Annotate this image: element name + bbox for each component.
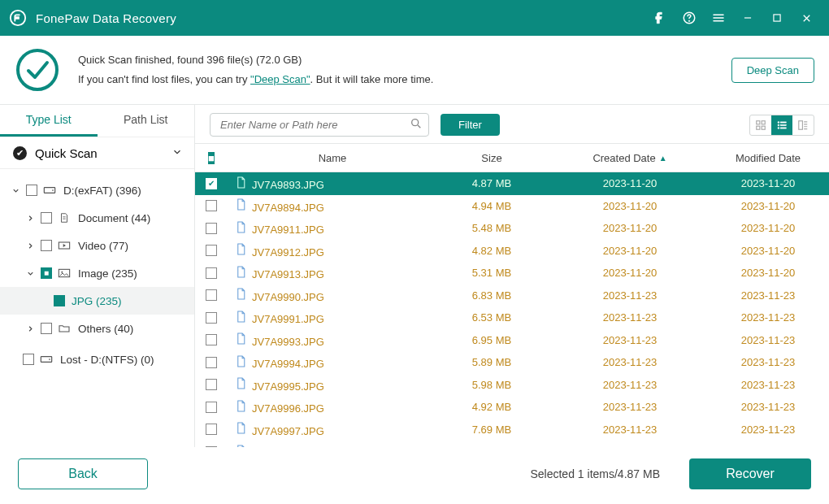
file-modified: 2023-11-20 xyxy=(707,267,829,279)
drive-icon xyxy=(39,354,54,365)
row-checkbox[interactable] xyxy=(206,223,217,234)
file-panel: Filter ■ Name Size Created Date▲ Modifie… xyxy=(195,105,829,447)
search-input[interactable] xyxy=(210,113,429,137)
column-size[interactable]: Size xyxy=(431,152,553,164)
svg-point-12 xyxy=(412,119,419,125)
checkbox[interactable] xyxy=(41,323,52,334)
status-text: Quick Scan finished, found xyxy=(78,54,206,66)
checkbox[interactable] xyxy=(23,354,34,365)
tree-lost-drive[interactable]: Lost - D:(NTFS) (0) xyxy=(0,345,194,373)
tree-video[interactable]: Video (77) xyxy=(0,232,194,259)
tree-image[interactable]: ■ Image (235) xyxy=(0,259,194,287)
file-name: JV7A9995.JPG xyxy=(228,378,431,393)
tree-document[interactable]: Document (44) xyxy=(0,204,194,232)
table-row[interactable]: JV7A9993.JPG6.95 MB2023-11-232023-11-23 xyxy=(195,329,829,352)
column-created[interactable]: Created Date▲ xyxy=(553,152,707,164)
svg-point-4 xyxy=(18,50,57,89)
column-name[interactable]: Name xyxy=(228,152,431,164)
chevron-right-icon xyxy=(24,214,36,223)
file-name: JV7A9993.JPG xyxy=(228,333,431,348)
checkbox[interactable]: ■ xyxy=(54,295,65,306)
table-row[interactable]: JV7A9997.JPG7.69 MB2023-11-232023-11-23 xyxy=(195,419,829,441)
checkbox[interactable] xyxy=(41,240,52,251)
quick-scan-section[interactable]: ✔ Quick Scan xyxy=(0,137,194,169)
tab-path-list[interactable]: Path List xyxy=(98,105,195,137)
select-all-checkbox[interactable]: ■ xyxy=(208,152,215,164)
file-size: 7.69 MB xyxy=(431,424,553,436)
maximize-button[interactable] xyxy=(762,0,792,36)
table-row[interactable]: JV7A9911.JPG5.48 MB2023-11-202023-11-20 xyxy=(195,217,829,240)
file-size: 4.92 MB xyxy=(431,401,553,413)
file-icon xyxy=(234,221,247,232)
file-name: JV7A9912.JPG xyxy=(228,244,431,259)
document-icon xyxy=(57,212,72,224)
tree-drive[interactable]: D:(exFAT) (396) xyxy=(0,176,194,204)
row-checkbox[interactable]: ✔ xyxy=(206,178,217,189)
row-checkbox[interactable] xyxy=(206,424,217,435)
view-detail-button[interactable] xyxy=(792,115,814,135)
file-created: 2023-11-20 xyxy=(553,177,707,189)
table-row[interactable]: JV7A9913.JPG5.31 MB2023-11-202023-11-20 xyxy=(195,262,829,285)
table-header: ■ Name Size Created Date▲ Modified Date xyxy=(195,143,829,172)
file-modified: 2023-11-23 xyxy=(707,311,829,324)
row-checkbox[interactable] xyxy=(206,379,217,390)
table-row[interactable]: JV7A9912.JPG4.82 MB2023-11-202023-11-20 xyxy=(195,240,829,263)
search-icon[interactable] xyxy=(410,117,423,133)
file-name: JV7A9996.JPG xyxy=(228,400,431,415)
deep-scan-link[interactable]: "Deep Scan" xyxy=(250,73,310,85)
deep-scan-button[interactable]: Deep Scan xyxy=(731,58,814,83)
file-created: 2023-11-23 xyxy=(553,334,707,346)
menu-icon[interactable] xyxy=(704,0,733,36)
help-icon[interactable] xyxy=(675,0,704,36)
row-checkbox[interactable] xyxy=(206,402,217,413)
file-icon xyxy=(234,378,247,389)
tree: D:(exFAT) (396) Document (44) Video (77)… xyxy=(0,169,194,447)
table-row[interactable]: JV7A9995.JPG5.98 MB2023-11-232023-11-23 xyxy=(195,374,829,397)
row-checkbox[interactable] xyxy=(206,289,217,301)
app-logo-icon xyxy=(8,8,28,28)
facebook-icon[interactable] xyxy=(645,0,675,36)
sort-asc-icon: ▲ xyxy=(659,154,667,163)
file-icon xyxy=(234,176,247,188)
table-row[interactable]: JV7A9894.JPG4.94 MB2023-11-202023-11-20 xyxy=(195,195,829,218)
file-rows[interactable]: ✔JV7A9893.JPG4.87 MB2023-11-202023-11-20… xyxy=(195,172,829,447)
row-checkbox[interactable] xyxy=(206,312,217,324)
row-checkbox[interactable] xyxy=(206,267,217,279)
row-checkbox[interactable] xyxy=(206,200,217,211)
tree-jpg[interactable]: ■ JPG (235) xyxy=(0,287,194,315)
table-row[interactable]: JV7A9994.JPG5.89 MB2023-11-232023-11-23 xyxy=(195,351,829,374)
check-circle-icon: ✔ xyxy=(13,146,27,160)
selection-info: Selected 1 items/4.87 MB xyxy=(530,467,660,480)
minimize-button[interactable] xyxy=(733,0,762,36)
table-row[interactable]: ✔JV7A9893.JPG4.87 MB2023-11-202023-11-20 xyxy=(195,172,829,195)
checkbox[interactable]: ■ xyxy=(41,267,52,279)
tree-others[interactable]: Others (40) xyxy=(0,315,194,342)
close-button[interactable] xyxy=(792,0,821,36)
row-checkbox[interactable] xyxy=(206,334,217,345)
footer: Back Selected 1 items/4.87 MB Recover xyxy=(0,447,829,504)
table-row[interactable]: JV7A9998.JPG6.16 MB2023-11-232023-11-23 xyxy=(195,441,829,447)
table-row[interactable]: JV7A9990.JPG6.83 MB2023-11-232023-11-23 xyxy=(195,285,829,307)
row-checkbox[interactable] xyxy=(206,357,217,368)
recover-button[interactable]: Recover xyxy=(689,458,811,489)
file-modified: 2023-11-23 xyxy=(707,356,829,368)
file-icon xyxy=(234,266,247,277)
checkbox[interactable] xyxy=(41,212,52,224)
file-created: 2023-11-23 xyxy=(553,379,707,391)
status-file-count: 396 xyxy=(206,54,224,66)
filter-button[interactable]: Filter xyxy=(441,114,500,136)
row-checkbox[interactable] xyxy=(206,245,217,256)
file-created: 2023-11-23 xyxy=(553,401,707,413)
checkbox[interactable] xyxy=(26,185,37,196)
file-size: 6.53 MB xyxy=(431,311,553,324)
file-size: 6.95 MB xyxy=(431,334,553,346)
view-grid-button[interactable] xyxy=(750,115,771,135)
drive-icon xyxy=(42,185,57,196)
column-modified[interactable]: Modified Date xyxy=(707,152,829,164)
table-row[interactable]: JV7A9991.JPG6.53 MB2023-11-232023-11-23 xyxy=(195,306,829,329)
view-list-button[interactable] xyxy=(771,115,792,135)
tab-type-list[interactable]: Type List xyxy=(0,105,98,137)
sidebar: Type List Path List ✔ Quick Scan D:(exFA… xyxy=(0,105,195,447)
table-row[interactable]: JV7A9996.JPG4.92 MB2023-11-232023-11-23 xyxy=(195,396,829,419)
back-button[interactable]: Back xyxy=(18,458,148,489)
